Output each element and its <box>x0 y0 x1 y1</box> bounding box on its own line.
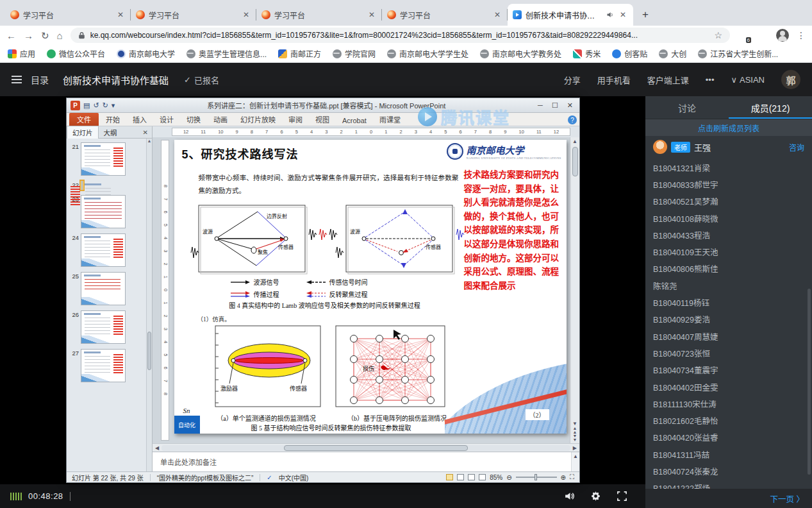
notes-pane[interactable]: 单击此处添加备注 ▲ <box>153 452 579 471</box>
member-item[interactable]: 陈铭尧 <box>653 277 804 294</box>
bookmark-apps[interactable]: 应用 <box>8 48 35 59</box>
help-icon[interactable]: ? <box>568 115 577 124</box>
tab-close-icon[interactable]: ✕ <box>367 10 377 20</box>
watch-on-phone-button[interactable]: 用手机看 <box>597 74 631 86</box>
zoom-in-icon[interactable]: ⊕ <box>561 474 566 481</box>
ribbon-tab-view[interactable]: 视图 <box>310 113 335 126</box>
consult-button[interactable]: 咨询 <box>789 142 804 153</box>
member-item[interactable]: B18040420张益睿 <box>653 429 804 446</box>
more-button[interactable]: ••• <box>706 75 715 85</box>
close-button[interactable]: ✕ <box>567 101 573 110</box>
tab-close-icon[interactable]: ✕ <box>241 10 251 20</box>
client-app-button[interactable]: 客户端上课 <box>647 74 689 86</box>
slide-sorter-icon[interactable] <box>457 474 464 480</box>
catalog-button[interactable]: 目录 <box>31 73 49 86</box>
bookmark-student-office[interactable]: 南京邮电大学学生处 <box>387 48 468 59</box>
teacher-row[interactable]: 老师 王强 咨询 <box>645 136 812 158</box>
fit-window-icon[interactable]: ⛶ <box>570 473 574 481</box>
notes-scrollbar[interactable]: ▲ <box>571 452 579 471</box>
new-tab-button[interactable]: + <box>637 6 654 23</box>
bookmark-wechat[interactable]: 微信公众平台 <box>47 48 105 59</box>
refresh-members-button[interactable]: 点击刷新成员列表 <box>645 119 812 136</box>
ribbon-tab-transitions[interactable]: 切换 <box>181 113 206 126</box>
member-item[interactable]: B18041311冯喆 <box>653 446 804 462</box>
member-item[interactable]: B18040109王天池 <box>653 243 804 260</box>
volume-icon[interactable] <box>564 491 575 502</box>
bookmark-star-icon[interactable]: ☆ <box>714 30 722 40</box>
member-list[interactable]: B18041321肖梁 B18040833郝世宇 B18040521吴梦瀚 B1… <box>645 158 812 489</box>
tab-1[interactable]: 学习平台✕ <box>5 4 131 26</box>
panel-tab-outline[interactable]: 大纲 <box>99 126 122 139</box>
slide-thumb-22-selected[interactable]: 22 <box>69 181 151 190</box>
bookmark-njupt[interactable]: 南京邮电大学 <box>117 48 175 59</box>
extension-icon[interactable] <box>757 30 768 41</box>
user-menu[interactable]: ∨ASIAN <box>731 75 765 85</box>
ribbon-tab-slideshow[interactable]: 幻灯片放映 <box>235 113 281 126</box>
share-button[interactable]: 分享 <box>564 74 581 86</box>
vertical-scrollbar[interactable]: ▲▼▲▲▼▼ <box>570 137 579 443</box>
bookmark-chuangkit[interactable]: 创客贴 <box>612 48 647 59</box>
member-item[interactable]: B18040407周慧婕 <box>653 328 804 344</box>
slide-thumb-27[interactable]: 27 <box>69 349 151 382</box>
member-item[interactable]: B18041321肖梁 <box>653 159 804 176</box>
bookmark-academic-office[interactable]: 南京邮电大学教务处 <box>480 48 561 59</box>
address-bar[interactable]: ke.qq.com/webcourse/index.html?cid=18568… <box>70 28 730 43</box>
settings-gear-icon[interactable] <box>590 491 601 502</box>
spellcheck-icon[interactable]: ✓ <box>267 474 272 481</box>
bookmark-dachuang[interactable]: 大创 <box>659 48 686 59</box>
profile-avatar-icon[interactable] <box>776 29 789 42</box>
member-item[interactable]: B18040929娄浩 <box>653 311 804 328</box>
undo-icon[interactable]: ↺ <box>93 101 99 110</box>
slide-canvas[interactable]: 5、研究技术路线写法 南京邮电大学NANJING UNIVERSITY OF P… <box>174 140 567 434</box>
member-item[interactable]: B18040806熊斯佳 <box>653 260 804 277</box>
ribbon-tab-acrobat[interactable]: Acrobat <box>336 115 372 126</box>
horizontal-scrollbar[interactable]: ◀▶ <box>153 443 579 452</box>
tab-2[interactable]: 学习平台✕ <box>131 4 256 26</box>
panel-close-icon[interactable]: ✕ <box>139 129 152 136</box>
tab-members[interactable]: 成员(212) <box>729 96 812 119</box>
tab-close-icon[interactable]: ✕ <box>492 10 502 20</box>
slide-thumb-24[interactable]: 24 <box>69 233 151 267</box>
home-icon[interactable]: ⌂ <box>57 31 63 40</box>
bookmark-aolan[interactable]: 奥蓝学生管理信息... <box>186 48 267 59</box>
member-item[interactable]: B18040119杨钰 <box>653 294 804 310</box>
ribbon-tab-insert[interactable]: 插入 <box>127 113 153 126</box>
thumbnail-scrollbar[interactable]: ▲ <box>146 139 152 471</box>
user-avatar[interactable]: 郭 <box>781 70 800 89</box>
member-item[interactable]: B18040724张秦龙 <box>653 462 804 479</box>
notes-placeholder[interactable]: 单击此处添加备注 <box>153 452 571 471</box>
powerpoint-logo-icon[interactable]: P <box>70 101 80 110</box>
video-player[interactable]: 腾讯课堂 P ▤ ↺ ↻ ▾ 系列讲座二：创新计划申请书写 <box>0 96 645 484</box>
member-item[interactable]: B18040521吴梦瀚 <box>653 193 804 210</box>
member-item[interactable]: B18040734董震宇 <box>653 362 804 378</box>
reading-view-icon[interactable] <box>468 474 475 480</box>
ribbon-tab-home[interactable]: 开始 <box>100 113 126 126</box>
tab-active[interactable]: 创新技术申请书协作基础 ✕ <box>508 4 633 26</box>
tab-4[interactable]: 学习平台✕ <box>382 4 508 26</box>
slideshow-icon[interactable] <box>479 474 486 480</box>
member-item[interactable]: B18040402田金雯 <box>653 378 804 395</box>
sidebar-scrollbar[interactable] <box>808 289 811 475</box>
fullscreen-icon[interactable] <box>617 491 627 502</box>
ribbon-tab-rainclassroom[interactable]: 雨课堂 <box>374 113 406 126</box>
zoom-out-icon[interactable]: ⊖ <box>506 474 511 481</box>
member-item[interactable]: B18111130宋仕涛 <box>653 395 804 412</box>
member-item[interactable]: B18040833郝世宇 <box>653 176 804 192</box>
slide-thumb-26[interactable]: 26 <box>69 310 151 344</box>
slide-thumb-23[interactable]: 23 <box>69 195 151 228</box>
zoom-slider[interactable] <box>516 477 557 478</box>
next-page-button[interactable]: 下一页 〉 <box>645 489 812 508</box>
member-item[interactable]: B18041222郑炀 <box>653 480 804 489</box>
normal-view-icon[interactable] <box>446 474 453 480</box>
tab-close-icon[interactable]: ✕ <box>618 10 628 20</box>
member-item[interactable]: B18040433程浩 <box>653 226 804 243</box>
ribbon-tab-file[interactable]: 文件 <box>69 113 99 126</box>
bookmark-zhengfang[interactable]: 南邮正方 <box>278 48 321 59</box>
menu-icon[interactable] <box>12 76 22 83</box>
reload-icon[interactable]: ↻ <box>41 31 49 40</box>
tab-audio-icon[interactable] <box>606 11 614 19</box>
ribbon-tab-animations[interactable]: 动画 <box>208 113 233 126</box>
language-indicator[interactable]: 中文(中国) <box>279 473 309 482</box>
ribbon-tab-design[interactable]: 设计 <box>154 113 179 126</box>
ribbon-tab-review[interactable]: 审阅 <box>283 113 308 126</box>
